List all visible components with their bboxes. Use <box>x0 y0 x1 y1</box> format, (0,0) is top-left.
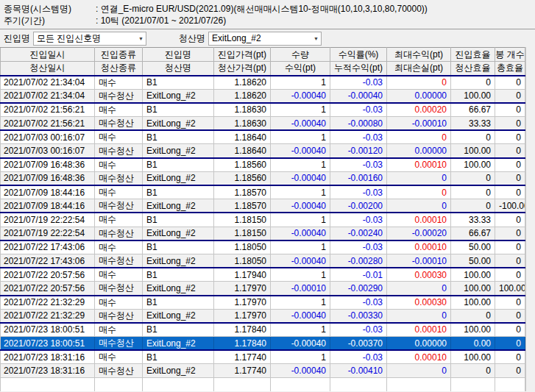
table-row[interactable]: 2021/07/02 21:56:21매수청산ExitLong_#21.1863… <box>1 117 525 131</box>
cell-price: 1.18620 <box>214 76 271 90</box>
cell-order-kind: 매수 <box>95 158 143 172</box>
entry-name-select[interactable]: 모든 진입신호명 ▼ <box>33 32 146 46</box>
cell-order-kind: 매수 <box>95 130 143 144</box>
cell-order-kind: 매수청산 <box>95 227 143 240</box>
cell-max-profit-or-loss: 0.00000 <box>387 144 451 158</box>
period-value: : 10틱 (2021/07/01 ~ 2021/07/26) <box>96 15 226 26</box>
cell-efficiency: 0 <box>451 171 495 185</box>
empty-cell <box>214 378 271 391</box>
cell-bars-or-total-eff: 0 <box>495 337 525 351</box>
cell-datetime: 2021/07/23 18:31:16 <box>1 364 95 378</box>
col-header-entry-datetime: 진입일시 <box>1 48 95 62</box>
cell-bars-or-total-eff: 0 <box>495 268 525 282</box>
cell-bars-or-total-eff: 0 <box>495 103 525 117</box>
cell-price: 1.17740 <box>214 364 271 378</box>
cell-datetime: 2021/07/22 17:43:06 <box>1 240 95 254</box>
cell-price: 1.18560 <box>214 171 271 185</box>
table-row[interactable]: 2021/07/22 17:43:06매수청산ExitLong_#21.1805… <box>1 254 525 268</box>
cell-datetime: 2021/07/22 21:32:29 <box>1 296 95 310</box>
table-row[interactable]: 2021/07/19 22:22:54매수B11.181501-0.030.00… <box>1 213 525 227</box>
table-row[interactable]: 2021/07/09 18:44:16매수B11.185701-0.03000 <box>1 185 525 199</box>
table-row[interactable]: 2021/07/22 20:57:56매수청산ExitLong_#21.1797… <box>1 282 525 296</box>
cell-order-kind: 매수청산 <box>95 144 143 158</box>
cell-qty-or-profit: 1 <box>271 240 330 254</box>
cell-rate-or-cum-profit: -0.00280 <box>330 254 387 268</box>
cell-datetime: 2021/07/22 21:32:29 <box>1 309 95 323</box>
cell-efficiency: 0 <box>451 185 495 199</box>
cell-max-profit-or-loss: 0.00030 <box>387 296 451 310</box>
cell-bars-or-total-eff: 0 <box>495 130 525 144</box>
period-label: 주기(기간) <box>4 15 96 26</box>
cell-datetime: 2021/07/22 20:57:56 <box>1 268 95 282</box>
table-row[interactable]: 2021/07/09 16:48:36매수청산ExitLong_#21.1856… <box>1 171 525 185</box>
cell-datetime: 2021/07/09 16:48:36 <box>1 171 95 185</box>
symbol-label: 종목명(시스템명) <box>4 3 96 15</box>
table-row[interactable]: 2021/07/03 00:16:07매수B11.186401-0.03000 <box>1 130 525 144</box>
empty-cell <box>387 378 451 391</box>
col-header-exit-efficiency: 청산효율 <box>451 62 495 76</box>
table-row[interactable]: 2021/07/23 18:00:51매수청산ExitLong_#21.1784… <box>1 337 525 351</box>
cell-bars-or-total-eff: 0 <box>495 89 525 103</box>
cell-max-profit-or-loss: 0 <box>387 76 451 90</box>
empty-cell <box>495 378 525 391</box>
cell-efficiency: 0.00 <box>451 337 495 351</box>
table-row[interactable]: 2021/07/09 18:44:16매수청산ExitLong_#21.1857… <box>1 199 525 213</box>
cell-price: 1.18640 <box>214 144 271 158</box>
cell-efficiency: 100.00 <box>451 350 495 364</box>
table-row[interactable]: 2021/07/22 21:32:29매수청산ExitLong_#21.1797… <box>1 309 525 323</box>
cell-datetime: 2021/07/02 21:56:21 <box>1 117 95 131</box>
cell-max-profit-or-loss: -0.00020 <box>387 227 451 240</box>
cell-price: 1.18630 <box>214 117 271 131</box>
cell-max-profit-or-loss: 0 <box>387 364 451 378</box>
cell-rate-or-cum-profit: -0.03 <box>330 158 387 172</box>
cell-order-kind: 매수청산 <box>95 309 143 323</box>
cell-qty-or-profit: -0.00040 <box>271 227 330 240</box>
table-row[interactable]: 2021/07/02 21:56:21매수B11.186301-0.030.00… <box>1 103 525 117</box>
table-row[interactable]: 2021/07/22 17:43:06매수B11.180501-0.030.00… <box>1 240 525 254</box>
table-row[interactable]: 2021/07/22 21:32:29매수B11.179701-0.030.00… <box>1 296 525 310</box>
symbol-value: : 연결_E-micro EUR/USD(2021.09)(해선매매시스템10-… <box>96 3 428 15</box>
cell-price: 1.17940 <box>214 268 271 282</box>
col-header-profit: 수익(pt) <box>271 62 330 76</box>
cell-price: 1.18150 <box>214 213 271 227</box>
cell-price: 1.17840 <box>214 337 271 351</box>
cell-signal-name: B1 <box>143 76 214 90</box>
cell-signal-name: B1 <box>143 130 214 144</box>
cell-qty-or-profit: -0.00040 <box>271 309 330 323</box>
cell-rate-or-cum-profit: -0.01 <box>330 268 387 282</box>
table-row[interactable]: 2021/07/02 21:34:04매수B11.186201-0.03000 <box>1 76 525 90</box>
cell-order-kind: 매수청산 <box>95 254 143 268</box>
cell-rate-or-cum-profit: -0.03 <box>330 296 387 310</box>
table-row[interactable]: 2021/07/09 16:48:36매수B11.185601-0.030.00… <box>1 158 525 172</box>
cell-price: 1.18050 <box>214 254 271 268</box>
table-row[interactable]: 2021/07/23 18:31:16매수B11.177401-0.030.00… <box>1 350 525 364</box>
cell-bars-or-total-eff: 0 <box>495 323 525 337</box>
cell-signal-name: ExitLong_#2 <box>143 199 214 213</box>
col-header-cum-profit: 누적수익(pt) <box>330 62 387 76</box>
cell-price: 1.17740 <box>214 350 271 364</box>
table-row[interactable]: 2021/07/02 21:34:04매수청산ExitLong_#21.1862… <box>1 89 525 103</box>
cell-qty-or-profit: -0.00040 <box>271 89 330 103</box>
table-row[interactable]: 2021/07/23 18:31:16매수청산ExitLong_#21.1774… <box>1 364 525 378</box>
cell-qty-or-profit: 1 <box>271 103 330 117</box>
cell-bars-or-total-eff: 0 <box>495 117 525 131</box>
cell-signal-name: B1 <box>143 240 214 254</box>
filter-bar: 진입명 모든 진입신호명 ▼ 청산명 ExitLong_#2 ▼ <box>0 29 535 47</box>
cell-datetime: 2021/07/02 21:56:21 <box>1 103 95 117</box>
table-row[interactable]: 2021/07/19 22:22:54매수청산ExitLong_#21.1815… <box>1 227 525 240</box>
table-row[interactable]: 2021/07/03 00:16:07매수청산ExitLong_#21.1864… <box>1 144 525 158</box>
empty-cell <box>143 378 214 391</box>
cell-rate-or-cum-profit: -0.03 <box>330 350 387 364</box>
table-row[interactable]: 2021/07/23 18:00:51매수B11.178401-0.030.00… <box>1 323 525 337</box>
cell-bars-or-total-eff: 100.00 <box>495 282 525 296</box>
cell-max-profit-or-loss: 0.00020 <box>387 103 451 117</box>
table-row[interactable]: 2021/07/22 20:57:56매수B11.179401-0.010.00… <box>1 268 525 282</box>
exit-name-select[interactable]: ExitLong_#2 ▼ <box>208 32 322 46</box>
cell-datetime: 2021/07/09 16:48:36 <box>1 158 95 172</box>
cell-qty-or-profit: 1 <box>271 76 330 90</box>
cell-price: 1.18570 <box>214 185 271 199</box>
cell-qty-or-profit: -0.00040 <box>271 199 330 213</box>
trade-history-window: 종목명(시스템명) : 연결_E-micro EUR/USD(2021.09)(… <box>0 0 535 392</box>
cell-rate-or-cum-profit: -0.00160 <box>330 171 387 185</box>
chevron-down-icon: ▼ <box>138 36 144 41</box>
